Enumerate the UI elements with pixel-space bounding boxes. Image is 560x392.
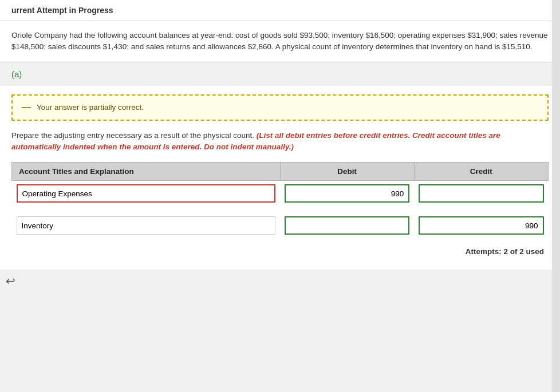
col-header-account: Account Titles and Explanation [12, 163, 281, 181]
partial-correct-box: — Your answer is partially correct. [11, 94, 549, 121]
problem-statement: Oriole Company had the following account… [0, 21, 560, 62]
credit-cell-1 [414, 181, 548, 207]
page-wrapper: urrent Attempt in Progress Oriole Compan… [0, 0, 560, 392]
attempts-label: Attempts: 2 of 2 used [466, 247, 544, 256]
account-cell-2 [12, 213, 281, 238]
col-header-debit: Debit [280, 163, 414, 181]
partial-correct-text: Your answer is partially correct. [37, 103, 144, 112]
attempt-header: urrent Attempt in Progress [0, 0, 560, 21]
scroll-icon: ↩ [6, 274, 15, 288]
attempts-row: Attempts: 2 of 2 used [11, 238, 549, 258]
journal-table: Account Titles and Explanation Debit Cre… [11, 162, 549, 238]
spacer-row-1 [12, 206, 549, 213]
credit-cell-2 [414, 213, 548, 238]
debit-cell-2 [280, 213, 414, 238]
instruction-text: Prepare the adjusting entry necessary as… [11, 130, 549, 153]
section-label: (a) [11, 69, 22, 79]
bottom-bar: ↩ [0, 270, 560, 292]
col-header-credit: Credit [414, 163, 548, 181]
main-content: — Your answer is partially correct. Prep… [0, 86, 560, 270]
credit-input-1[interactable] [419, 184, 543, 203]
attempt-title: urrent Attempt in Progress [11, 6, 549, 15]
instruction-normal: Prepare the adjusting entry necessary as… [11, 131, 254, 140]
debit-cell-1 [280, 181, 414, 207]
problem-text: Oriole Company had the following account… [11, 31, 548, 51]
account-cell-1 [12, 181, 281, 207]
credit-input-2[interactable] [419, 216, 543, 235]
minus-icon: — [22, 102, 31, 113]
section-label-row: (a) [0, 62, 560, 86]
account-input-2[interactable] [17, 216, 276, 235]
table-row [12, 181, 549, 207]
right-scrollbar[interactable] [552, 0, 560, 392]
account-input-1[interactable] [17, 184, 276, 203]
table-header-row: Account Titles and Explanation Debit Cre… [12, 163, 549, 181]
debit-input-2[interactable] [285, 216, 409, 235]
table-row [12, 213, 549, 238]
debit-input-1[interactable] [285, 184, 409, 203]
